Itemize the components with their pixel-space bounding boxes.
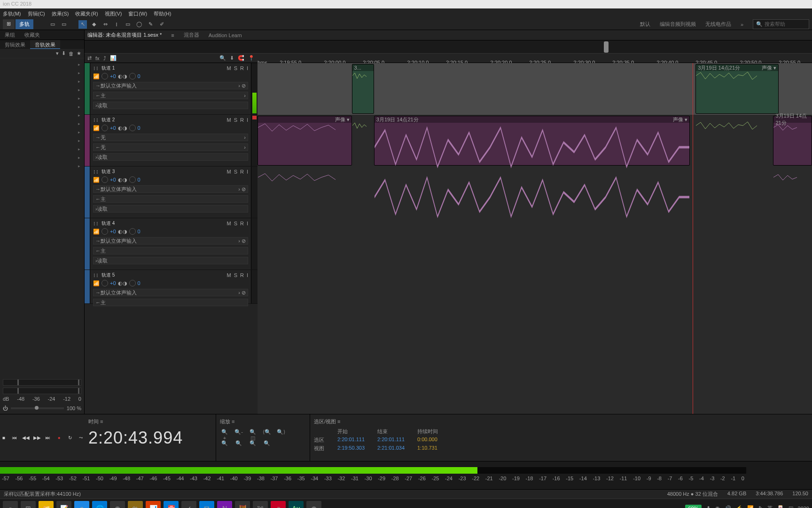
volume-knob[interactable] [102,228,108,235]
todo-icon[interactable]: ✓ [181,501,196,508]
output-selector[interactable]: ← 主› [93,92,248,99]
pan-knob[interactable] [129,228,136,235]
skip-button[interactable]: ⤳ [78,434,85,442]
razor-tool-icon[interactable]: ◆ [90,20,98,29]
onenote-icon[interactable]: N [217,501,232,508]
workspace-more-icon[interactable]: » [741,22,743,27]
ime-icon[interactable]: 英 [767,505,773,508]
output-selector[interactable]: ← 主 [93,195,248,203]
star-icon[interactable]: ★ [77,50,81,56]
clock[interactable]: 2020 [798,506,809,508]
track-tool-icon[interactable]: ⇄ [87,55,92,61]
arm-button[interactable]: R [240,117,244,123]
track-header-3[interactable]: ⫶⫶轨道 3MSRI 📶+0◐◑0 → 默认立体声输入› ⊘ ← 主 › 读取 [85,167,258,218]
arm-button[interactable]: R [240,65,244,71]
ffwd-button[interactable]: ⏭ [45,434,52,442]
input-selector[interactable]: → 默认立体声输入› ⊘ [93,185,248,193]
tray-icon[interactable]: ⬆ [706,505,710,508]
pan-knob[interactable] [129,176,136,183]
zoom-v-out-icon[interactable]: 🔍 [234,440,243,448]
download-icon[interactable]: ⬇ [62,50,66,56]
music-icon[interactable]: ♫ [271,501,286,508]
pan-knob[interactable] [129,280,136,286]
track-header-4[interactable]: ⫶⫶轨道 4MSRI 📶+0◐◑0 → 默认立体声输入› ⊘ ← 主 › 读取 [85,218,258,270]
pan-knob[interactable] [129,125,136,131]
workspace-video[interactable]: 编辑音频到视频 [660,21,696,28]
delete-icon[interactable]: 🗑 [69,51,74,56]
lasso-tool-icon[interactable]: ◯ [135,20,143,29]
monitor-button[interactable]: I [247,65,248,71]
input-selector[interactable]: → 默认立体声输入› ⊘ [93,82,248,89]
track-effects-tab[interactable]: 音轨效果 [30,40,60,49]
sel-dur[interactable]: 0:00.000 [417,437,448,444]
zoom-all-icon[interactable]: 🔍 [262,440,272,448]
track-color-strip[interactable] [85,115,90,166]
stop-button[interactable]: ■ [0,434,7,442]
effect-slot[interactable] [0,136,84,145]
office-icon[interactable]: 📊 [146,501,161,508]
workspace-default[interactable]: 默认 [640,21,650,28]
output-selector[interactable]: ← 主 [93,299,248,306]
zoom-sel-icon[interactable]: ⟨🔍 [262,429,272,437]
slip-tool-icon[interactable]: ⇔ [101,20,109,29]
store-icon[interactable]: 🛍 [128,501,143,508]
tool-icon[interactable]: ⬇ [230,55,234,61]
read-mode[interactable]: › 读取 [93,257,248,264]
multitrack-mode-tab[interactable]: 多轨 [16,19,33,29]
output-selector[interactable]: ← 无› [93,143,248,151]
overview-navigator[interactable] [85,40,812,54]
tray-icon[interactable]: ✎ [758,505,763,508]
input-selector[interactable]: → 无› [93,134,248,141]
tool-b-icon[interactable]: ▭ [60,20,68,29]
clip-effects-tab[interactable]: 剪辑效果 [0,40,30,49]
solo-button[interactable]: S [234,65,237,71]
learn-tab[interactable]: Audition Learn [209,32,242,38]
effect-slot[interactable] [0,119,84,128]
output-selector[interactable]: ← 主 [93,247,248,254]
tool-a-icon[interactable]: ▭ [48,20,57,29]
brush-tool-icon[interactable]: ✎ [146,20,155,29]
view-end[interactable]: 2:21:01.034 [377,445,408,452]
explorer-icon[interactable]: 📁 [39,501,54,508]
track-header-1[interactable]: ⫶⫶ 轨道 1 MSRI 📶+0 ◐◑0 → 默认立体声输入› ⊘ ← 主› ›… [85,63,258,115]
volume-knob[interactable] [102,125,108,131]
menu-multitrack[interactable]: 多轨(M) [3,10,21,17]
battery-indicator[interactable]: 60% [685,505,701,508]
cortana-icon[interactable]: ○ [3,501,18,508]
mute-button[interactable]: M [226,65,231,71]
audio-clip[interactable]: 3... [352,64,374,114]
audio-clip[interactable]: 声像 ▾ [258,116,352,166]
effect-slot[interactable] [0,69,84,77]
volume-knob[interactable] [102,280,108,286]
heal-tool-icon[interactable]: ✐ [157,20,166,29]
solo-button[interactable]: S [234,117,237,123]
tray-icon[interactable]: ◫ [789,505,793,508]
audio-clip[interactable]: 3月19日 14点21分声像 ▾ [695,64,779,114]
mail-icon[interactable]: ✉ [199,501,214,508]
rewind-button[interactable]: ⏮ [11,434,18,442]
tool-icon[interactable]: 📍 [248,55,255,61]
read-mode[interactable]: › 读取 [93,205,248,213]
effect-slot[interactable] [0,145,84,153]
app-icon[interactable]: 📝 [56,501,71,508]
mixer-tab[interactable]: 混音器 [184,32,199,39]
tool-icon[interactable]: 🔍 [219,55,226,61]
snap-icon[interactable]: 🧲 [238,55,244,61]
volume-icon[interactable]: 🔊 [725,505,731,508]
chrome-icon[interactable]: ◉ [110,501,125,508]
input-selector[interactable]: → 默认立体声输入› ⊘ [93,237,248,245]
sel-end[interactable]: 2:20:01.111 [377,437,408,444]
zoom-reset-icon[interactable]: 🔍 [248,440,258,448]
marquee-tool-icon[interactable]: ▭ [124,20,132,29]
effect-slot[interactable] [0,60,84,69]
task-view-icon[interactable]: ⊞ [21,501,36,508]
edge-icon[interactable]: 🌐 [92,501,107,508]
effect-slot[interactable] [0,153,84,162]
track-header-2[interactable]: ⫶⫶ 轨道 2 MSRI 📶+0 ◐◑0 → 无› ← 无› › 读取 [85,115,258,167]
tray-icon[interactable]: ⚡ [736,505,742,508]
sel-start[interactable]: 2:20:01.111 [337,437,368,444]
audition-icon[interactable]: Au [289,501,304,508]
send-icon[interactable]: ⤴ [103,56,106,61]
view-start[interactable]: 2:19:50.303 [337,445,368,452]
effect-slot[interactable] [0,103,84,111]
